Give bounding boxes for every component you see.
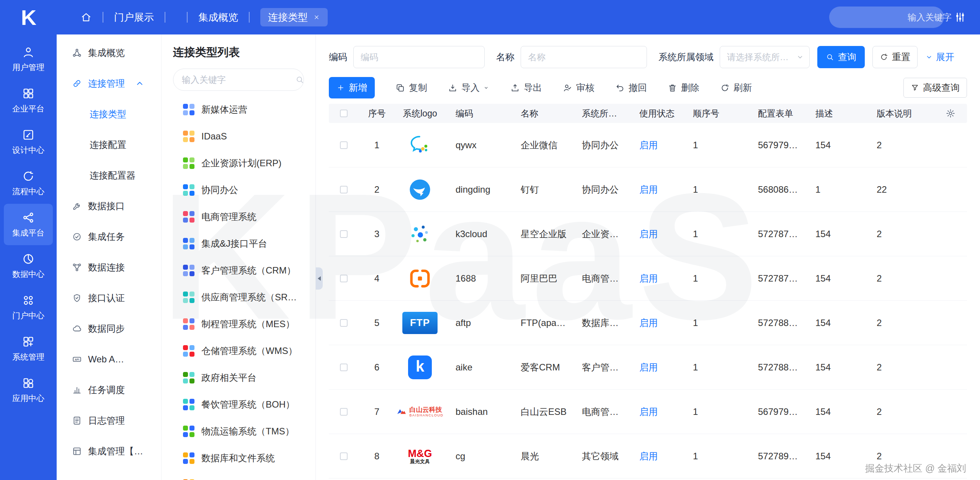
collapse-left-arrow-icon [315,276,321,281]
rail-item-design[interactable]: 设计中心 [4,121,53,162]
select-all-checkbox[interactable] [340,110,348,117]
sidebar-item-sub-4[interactable]: 连接配置器 [57,160,161,191]
audit-action[interactable]: 审核 [563,82,595,94]
rail-item-pie[interactable]: 数据中心 [4,245,53,287]
sidebar-item-webapi[interactable]: APIWeb A… [57,344,161,375]
column-header: 系统logo [395,108,445,120]
sidebar-item-api[interactable]: 数据接口 [57,191,161,221]
reset-button-label: 重置 [892,51,910,63]
sidebar-item-sync[interactable]: 数据同步 [57,313,161,344]
cell-form: 57278749… [747,229,805,239]
home-icon[interactable] [80,11,92,23]
sidebar-item-label: 接口认证 [88,292,125,304]
filter-bar: 编码 名称 系统所属领域 请选择系统所属… 查询 [329,46,967,68]
type-list-item[interactable]: IDaaS [173,123,304,150]
type-list: 新媒体运营IDaaS企业资源计划(ERP)协同办公电商管理系统集成&J接口平台客… [173,96,304,480]
sidebar-item-log[interactable]: 日志管理 [57,405,161,436]
tool-item-label: 导出 [524,82,542,94]
sidebar-item-manage[interactable]: 集成管理【… [57,436,161,467]
row-checkbox[interactable] [340,319,348,327]
type-list-item[interactable]: 餐饮管理系统（BOH） [173,391,304,418]
rail-item-portal[interactable]: 门户中心 [4,287,53,328]
sidebar-item-link[interactable]: 连接管理 [57,68,161,99]
sidebar-item-overview[interactable]: 集成概览 [57,38,161,68]
row-checkbox[interactable] [340,275,348,282]
integration-icon [22,211,35,224]
topnav-item[interactable]: 门户展示 [114,11,154,24]
topbar-search[interactable] [829,7,944,28]
topnav-item[interactable]: 集成概览 [198,11,238,24]
sidebar-item-auth[interactable]: 接口认证 [57,283,161,313]
type-list-item[interactable]: 客户管理系统（CRM） [173,257,304,284]
export-action[interactable]: 导出 [510,82,542,94]
cell-code: cg [445,451,510,462]
panel-collapse-handle[interactable] [316,267,323,290]
type-item-label: 制程管理系统（MES） [201,318,295,330]
sidebar-item-sub-3[interactable]: 连接配置 [57,129,161,160]
cell-name: 阿里巴巴 [510,272,571,285]
refresh-action[interactable]: 刷新 [720,82,752,94]
row-checkbox[interactable] [340,408,348,416]
type-list-item[interactable]: 仓储管理系统（WMS） [173,337,304,364]
gear-icon[interactable] [946,108,956,118]
type-item-label: 政府相关平台 [201,372,256,384]
type-list-item[interactable]: 物流运输系统（TMS） [173,418,304,445]
type-list-item[interactable]: 新媒体运营 [173,96,304,123]
refresh-icon [880,53,888,61]
code-input[interactable] [353,46,485,68]
cell-status: 启用 [629,317,682,329]
type-list-item[interactable]: 集成&J接口平台 [173,230,304,257]
add-button[interactable]: 新增 [329,77,375,98]
sidebar-item-connect[interactable]: 数据连接 [57,252,161,283]
row-checkbox[interactable] [340,452,348,460]
cell-domain: 电商管理… [571,272,629,285]
rail-item-apps[interactable]: 应用中心 [4,369,53,411]
reset-button[interactable]: 重置 [872,46,918,68]
sidebar-item-schedule[interactable]: 任务调度 [57,375,161,405]
sidebar-item-sub-2[interactable]: 连接类型 [57,99,161,129]
tool-item-label: 撤回 [629,82,647,94]
row-checkbox[interactable] [340,364,348,371]
cell-no: 3 [359,229,395,239]
tune-filter-icon[interactable] [954,11,966,23]
row-checkbox[interactable] [340,230,348,238]
tab-connection-type[interactable]: 连接类型 [260,8,328,26]
undo-action[interactable]: 撤回 [615,82,647,94]
trash-action[interactable]: 删除 [668,82,699,94]
type-search[interactable] [173,69,304,91]
cell-form: 57278852… [747,318,805,328]
rail-item-user[interactable]: 用户管理 [4,38,53,80]
type-list-item[interactable]: 全渠道新零售 [173,472,304,480]
type-list-item[interactable]: 电商管理系统 [173,203,304,230]
main-area: 编码 名称 系统所属领域 请选择系统所属… 查询 [316,34,980,480]
row-checkbox[interactable] [340,141,348,149]
row-checkbox[interactable] [340,186,348,193]
close-icon[interactable] [313,14,320,21]
topbar-search-input[interactable] [829,12,961,23]
cell-desc: 154 [805,318,866,328]
rail-item-system[interactable]: 系统管理 [4,328,53,369]
import-action[interactable]: 导入 [448,82,490,94]
rail-item-grid[interactable]: 企业平台 [4,80,53,121]
domain-select[interactable]: 请选择系统所属… [720,46,810,68]
system-icon [22,335,35,348]
sidebar-item-label: 集成管理【… [88,445,143,457]
cell-form: 56797988… [747,406,805,417]
type-list-item[interactable]: 政府相关平台 [173,364,304,391]
type-list-item[interactable]: 企业资源计划(ERP) [173,150,304,177]
sidebar-item-task[interactable]: 集成任务 [57,221,161,252]
rail-item-process[interactable]: 流程中心 [4,162,53,204]
name-input[interactable] [521,46,647,68]
expand-toggle[interactable]: 展开 [925,51,954,63]
rail-item-integration[interactable]: 集成平台 [4,204,53,245]
export-icon [510,83,520,93]
api-icon [72,201,82,211]
advanced-query-button[interactable]: 高级查询 [903,78,967,98]
type-list-item[interactable]: 数据库和文件系统 [173,445,304,472]
type-list-item[interactable]: 协同办公 [173,177,304,203]
query-button[interactable]: 查询 [817,46,865,68]
copy-action[interactable]: 复制 [395,82,427,94]
type-search-input[interactable] [182,75,295,85]
type-list-item[interactable]: 制程管理系统（MES） [173,311,304,337]
type-list-item[interactable]: 供应商管理系统（SR… [173,284,304,311]
